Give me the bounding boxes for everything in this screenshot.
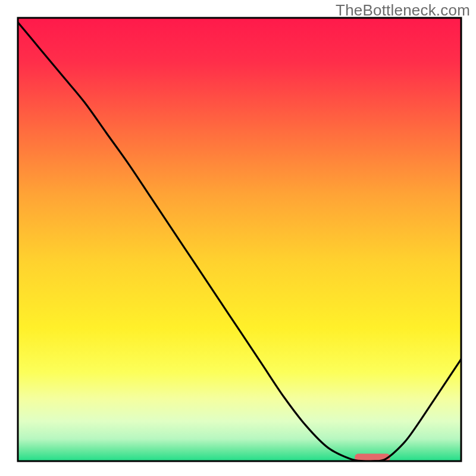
bottleneck-chart (0, 0, 476, 476)
chart-container: TheBottleneck.com (0, 0, 476, 476)
plot-background-gradient (18, 18, 461, 461)
